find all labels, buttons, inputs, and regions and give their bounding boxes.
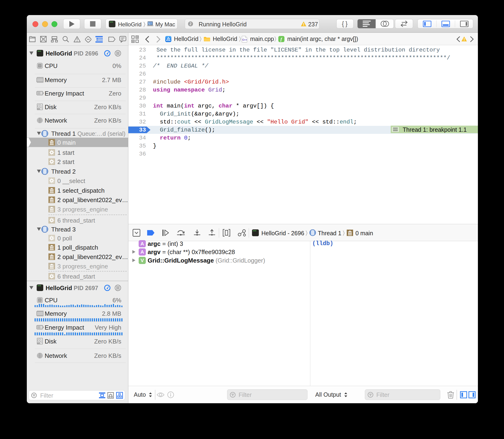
- svg-text:C++: C++: [242, 38, 247, 41]
